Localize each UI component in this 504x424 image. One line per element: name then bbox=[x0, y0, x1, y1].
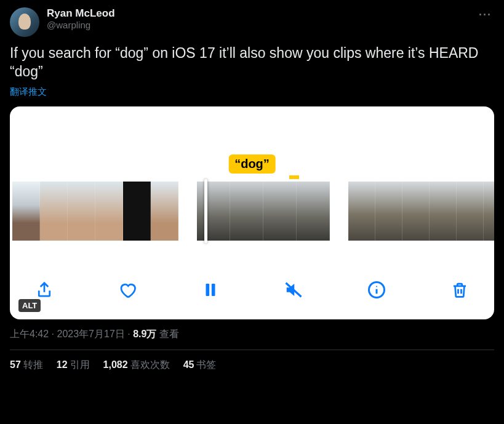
tweet-meta: 上午4:42 · 2023年7月17日 · 8.9万 查看 bbox=[10, 328, 494, 341]
translate-link[interactable]: 翻译推文 bbox=[10, 86, 47, 98]
tweet-container: ··· Ryan McLeod @warpling If you search … bbox=[0, 0, 504, 379]
svg-point-5 bbox=[376, 286, 377, 287]
clip-thumbnail[interactable] bbox=[457, 182, 484, 241]
retweets-count: 57 bbox=[10, 359, 21, 370]
quotes-stat[interactable]: 12引用 bbox=[57, 359, 90, 372]
views-count: 8.9万 bbox=[133, 329, 156, 339]
retweets-stat[interactable]: 57转推 bbox=[10, 359, 43, 372]
pause-icon[interactable] bbox=[199, 279, 222, 301]
clip-thumbnail[interactable] bbox=[297, 182, 330, 241]
tweet-stats: 57转推 12引用 1,082喜欢次数 45书签 bbox=[10, 359, 494, 372]
clip-thumbnail[interactable] bbox=[12, 182, 40, 241]
clip-thumbnail[interactable] bbox=[348, 182, 375, 241]
clip-thumbnail[interactable] bbox=[40, 182, 68, 241]
clip-thumbnail[interactable] bbox=[430, 182, 457, 241]
clip-thumbnail[interactable] bbox=[484, 182, 494, 241]
display-name[interactable]: Ryan McLeod bbox=[47, 7, 115, 20]
tweet-text: If you search for “dog” on iOS 17 it’ll … bbox=[10, 44, 494, 81]
clip-thumbnail[interactable] bbox=[95, 182, 123, 241]
tweet-time[interactable]: 上午4:42 bbox=[10, 329, 49, 339]
bookmarks-count: 45 bbox=[183, 359, 194, 370]
share-icon[interactable] bbox=[33, 279, 55, 301]
alt-badge[interactable]: ALT bbox=[18, 299, 41, 312]
retweets-label: 转推 bbox=[23, 359, 43, 370]
svg-rect-1 bbox=[212, 284, 215, 296]
user-info: Ryan McLeod @warpling bbox=[47, 7, 115, 30]
more-options-button[interactable]: ··· bbox=[479, 9, 492, 22]
clip-group[interactable] bbox=[348, 182, 494, 241]
likes-stat[interactable]: 1,082喜欢次数 bbox=[103, 359, 170, 372]
clip-thumbnail[interactable] bbox=[151, 182, 178, 241]
search-term-marker bbox=[289, 175, 299, 179]
likes-count: 1,082 bbox=[103, 359, 128, 370]
tweet-header: Ryan McLeod @warpling bbox=[10, 7, 494, 37]
bookmarks-label: 书签 bbox=[196, 359, 216, 370]
video-timeline[interactable] bbox=[10, 182, 494, 241]
clip-thumbnail[interactable] bbox=[402, 182, 430, 241]
playhead[interactable] bbox=[204, 179, 207, 243]
clip-thumbnail[interactable] bbox=[230, 182, 263, 241]
views-label: 查看 bbox=[156, 329, 178, 339]
clip-group[interactable] bbox=[12, 182, 178, 241]
quotes-count: 12 bbox=[57, 359, 68, 370]
clip-thumbnail[interactable] bbox=[197, 182, 230, 241]
mute-icon[interactable] bbox=[282, 279, 305, 301]
clip-thumbnail[interactable] bbox=[375, 182, 402, 241]
avatar[interactable] bbox=[10, 7, 39, 37]
svg-rect-0 bbox=[206, 284, 210, 296]
clip-group[interactable] bbox=[197, 182, 330, 241]
likes-label: 喜欢次数 bbox=[130, 359, 170, 370]
search-term-badge: “dog” bbox=[228, 154, 276, 174]
bookmarks-stat[interactable]: 45书签 bbox=[183, 359, 217, 372]
clip-thumbnail[interactable] bbox=[263, 182, 297, 241]
meta-separator: · bbox=[125, 329, 133, 339]
tweet-date[interactable]: 2023年7月17日 bbox=[57, 329, 124, 339]
quotes-label: 引用 bbox=[70, 359, 90, 370]
info-icon[interactable] bbox=[366, 279, 388, 301]
trash-icon[interactable] bbox=[449, 279, 471, 301]
media-attachment[interactable]: “dog” bbox=[10, 106, 494, 319]
clip-thumbnail[interactable] bbox=[68, 182, 95, 241]
clip-thumbnail[interactable] bbox=[123, 182, 151, 241]
media-toolbar bbox=[10, 279, 494, 301]
heart-icon[interactable] bbox=[116, 279, 138, 301]
meta-separator: · bbox=[49, 329, 57, 339]
user-handle[interactable]: @warpling bbox=[47, 20, 115, 30]
divider bbox=[10, 350, 494, 350]
